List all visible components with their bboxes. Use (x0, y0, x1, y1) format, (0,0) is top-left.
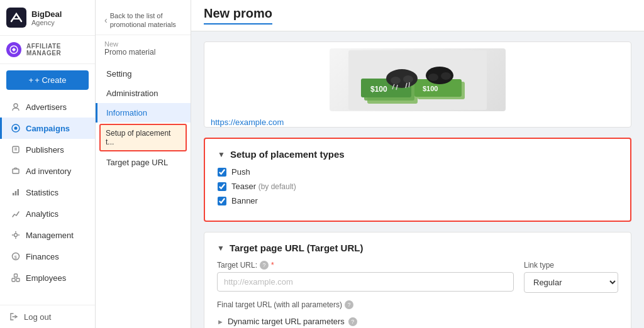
svg-text:$100: $100 (370, 85, 387, 94)
svg-rect-17 (14, 274, 18, 277)
user-icon (11, 102, 21, 112)
svg-text:$100: $100 (423, 85, 438, 92)
target-section-title: Target page URL (Target URL) (230, 243, 364, 253)
cat-money-image: $100 $100 (348, 50, 487, 110)
stats-icon (11, 187, 21, 197)
inventory-icon (11, 166, 21, 176)
mgmt-icon (11, 230, 21, 240)
sidebar-item-analytics[interactable]: Analytics (0, 203, 95, 224)
sub-nav-administration[interactable]: Administration (96, 84, 191, 103)
create-button[interactable]: + + Create (6, 70, 89, 90)
target-url-group: Target URL: ? * (217, 261, 514, 293)
affiliate-label: AFFILIATE MANAGER (26, 43, 89, 57)
promo-link[interactable]: https://example.com (204, 115, 290, 133)
finance-icon: $ (11, 251, 21, 261)
svg-point-29 (391, 77, 401, 84)
link-type-group: Link type Regular Redirect Direct (524, 261, 618, 293)
sidebar: BigDeal Agency AFFILIATE MANAGER + + Cre… (0, 0, 96, 328)
advertisers-label: Advertisers (26, 102, 67, 112)
link-type-label: Link type (524, 261, 618, 270)
svg-rect-16 (16, 278, 19, 282)
main-area: New promo $100 $100 (191, 0, 644, 328)
svg-rect-8 (13, 169, 19, 173)
sidebar-item-ad-inventory[interactable]: Ad inventory (0, 160, 95, 182)
svg-text:$: $ (14, 254, 18, 260)
final-url-label: Final target URL (with all parameters) ? (217, 300, 618, 309)
svg-point-4 (14, 127, 18, 130)
analytics-icon (11, 209, 21, 219)
target-url-help-icon[interactable]: ? (260, 261, 269, 270)
sidebar-item-management[interactable]: Management (0, 224, 95, 246)
banner-label: Banner (231, 196, 258, 205)
page-title: New promo (204, 6, 272, 25)
logo-area: BigDeal Agency (0, 0, 95, 36)
required-star: * (271, 261, 274, 270)
content-area: $100 $100 (191, 31, 644, 328)
target-collapse-icon[interactable]: ▼ (217, 244, 225, 253)
plus-icon: + (29, 75, 34, 85)
push-checkbox[interactable] (218, 168, 226, 177)
back-arrow-icon: ‹ (104, 15, 108, 25)
svg-point-32 (441, 72, 451, 80)
top-bar: New promo (191, 0, 644, 31)
sidebar-item-finances[interactable]: $ Finances (0, 246, 95, 267)
ad-inventory-label: Ad inventory (26, 167, 71, 176)
management-label: Management (26, 231, 74, 240)
publisher-icon (11, 145, 21, 155)
banner-checkbox-row: Banner (218, 196, 618, 205)
breadcrumb-item: Promo material (104, 48, 182, 57)
svg-rect-9 (13, 193, 14, 195)
publishers-label: Publishers (26, 145, 64, 155)
logout-icon (9, 312, 19, 322)
sub-nav-setting[interactable]: Setting (96, 64, 191, 84)
analytics-label: Analytics (26, 209, 58, 219)
teaser-checkbox-row: Teaser (by default) (218, 182, 618, 191)
svg-rect-0 (6, 8, 26, 28)
create-label: + Create (35, 75, 66, 85)
dynamic-help-icon[interactable]: ? (348, 317, 357, 326)
svg-point-12 (14, 234, 18, 237)
back-link[interactable]: ‹ Back to the list of promotional materi… (96, 6, 191, 35)
svg-rect-10 (15, 191, 17, 195)
teaser-label: Teaser (by default) (231, 182, 296, 191)
affiliate-section: AFFILIATE MANAGER (0, 36, 95, 64)
dynamic-params-row[interactable]: ► Dynamic target URL parameters ? (217, 317, 618, 326)
target-url-input[interactable] (217, 272, 514, 292)
campaigns-label: Campaigns (26, 124, 70, 133)
final-url-help-icon[interactable]: ? (345, 300, 353, 309)
sidebar-item-statistics[interactable]: Statistics (0, 182, 95, 203)
logout-item[interactable]: Log out (0, 305, 95, 328)
link-type-select[interactable]: Regular Redirect Direct (524, 272, 618, 293)
logout-label: Log out (24, 312, 51, 322)
sub-nav-information[interactable]: Information (96, 103, 191, 123)
sub-sidebar: ‹ Back to the list of promotional materi… (96, 0, 191, 328)
promo-image: $100 $100 (330, 48, 506, 111)
statistics-label: Statistics (26, 188, 58, 197)
promo-image-card: $100 $100 (204, 41, 631, 128)
target-url-label: Target URL: ? * (217, 261, 514, 270)
banner-checkbox[interactable] (218, 197, 226, 205)
sub-nav-placement[interactable]: Setup of placement t... (99, 124, 187, 151)
sidebar-item-advertisers[interactable]: Advertisers (0, 96, 95, 118)
dynamic-params-label: Dynamic target URL parameters (228, 317, 345, 326)
placement-types-section: ▼ Setup of placement types Push Teaser (… (204, 138, 631, 222)
logo-icon (6, 8, 26, 28)
sidebar-item-employees[interactable]: Employees (0, 267, 95, 288)
back-label: Back to the list of promotional material… (110, 11, 182, 30)
push-label: Push (231, 167, 250, 177)
svg-rect-15 (12, 278, 15, 282)
logo-sub: Agency (31, 19, 62, 26)
teaser-checkbox[interactable] (218, 182, 226, 191)
sidebar-item-publishers[interactable]: Publishers (0, 139, 95, 160)
svg-point-2 (14, 104, 18, 107)
svg-point-31 (428, 74, 438, 81)
breadcrumb-new: New (104, 40, 182, 48)
logo-name: BigDeal (31, 9, 62, 19)
target-url-section: ▼ Target page URL (Target URL) Target UR… (204, 232, 631, 328)
sub-nav-target-url[interactable]: Target page URL (96, 153, 191, 172)
collapse-icon[interactable]: ▼ (218, 150, 225, 159)
affiliate-icon (6, 42, 21, 57)
sidebar-item-campaigns[interactable]: Campaigns (0, 118, 95, 139)
employee-icon (11, 273, 21, 283)
svg-point-30 (403, 75, 413, 83)
